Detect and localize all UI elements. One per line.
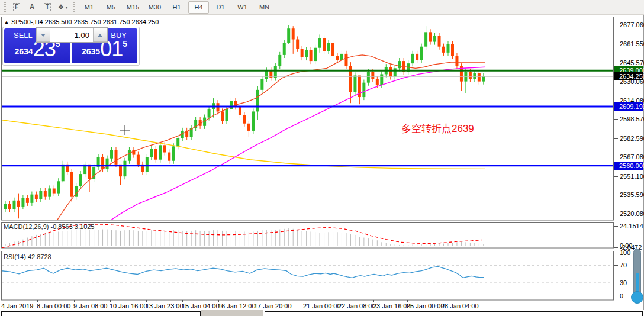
symbol-ohlc-text: SP500-,H4 2635.500 2635.750 2631.750 263…	[11, 18, 159, 25]
buy-price-small: 2635	[82, 47, 100, 56]
price-axis-tick: 2661.550	[620, 40, 644, 47]
text-tool-icon[interactable]: A	[25, 1, 39, 13]
price-level-badge: 2609.193	[614, 102, 643, 111]
rsi-axis-tick: 0	[620, 292, 623, 299]
timeframe-h4[interactable]: H4	[188, 1, 209, 14]
date-axis-label: 25 Jan 00:00	[407, 302, 445, 309]
price-axis-tick: 2677.060	[620, 21, 644, 28]
chart-title: ▲SP500-,H4 2635.500 2635.750 2631.750 26…	[4, 18, 159, 25]
collapse-panel-icon[interactable]: ▲	[4, 20, 9, 25]
rsi-axis-tick: 70	[620, 262, 627, 269]
date-axis-label: 17 Jan 20:00	[254, 302, 292, 309]
timeframe-h1[interactable]: H1	[166, 1, 187, 14]
timeframe-m30[interactable]: M30	[144, 1, 165, 14]
date-axis-label: 16 Jan 12:00	[218, 302, 256, 309]
rsi-indicator-label: RSI(14) 42.8728	[4, 253, 51, 260]
top-toolbar: FAT❖▾ M1M5M15M30H1H4D1W1MN	[0, 0, 644, 15]
docked-window-divider	[201, 310, 263, 316]
date-axis-label: 23 Jan 16:00	[373, 302, 411, 309]
docked-windows-strip	[0, 310, 644, 316]
mt4-terminal: { "toolbar": { "tools": [ {"name": "char…	[0, 0, 644, 316]
buy-price-sup: 5	[123, 39, 127, 49]
arrow-down-icon	[41, 34, 46, 37]
text-label-tool-icon[interactable]: T	[40, 1, 54, 13]
price-axis-tick: 2567.080	[620, 153, 644, 160]
arrow-up-icon	[98, 34, 102, 37]
macd-axis-tick: 24.1514	[620, 223, 643, 230]
date-axis-label: 4 Jan 2019	[1, 302, 33, 309]
timeframe-mn[interactable]: MN	[254, 1, 275, 14]
chart-shift-icon[interactable]: F	[9, 1, 24, 13]
chart-text-annotation[interactable]: 多空转折点2639	[401, 122, 474, 136]
price-axis-tick: 2551.100	[620, 173, 644, 180]
docked-window-edge	[1, 311, 201, 316]
price-axis-tick: 2535.590	[620, 191, 644, 198]
drawing-tools-group: FAT❖▾	[9, 1, 70, 13]
thermometer-icon	[629, 249, 644, 305]
date-axis-label: 21 Jan 00:00	[303, 302, 341, 309]
volume-decrease-button[interactable]	[36, 28, 50, 42]
price-axis-tick: 2520.080	[620, 210, 644, 217]
dropdown-caret-icon: ▾	[65, 5, 67, 10]
timeframe-toolbar: M1M5M15M30H1H4D1W1MN	[78, 1, 275, 14]
price-axis-tick: 2645.570	[620, 59, 644, 66]
docked-window-edge	[265, 311, 643, 316]
price-axis-tick: 2598.570	[620, 115, 644, 122]
price-axis-tick: 2582.590	[620, 135, 644, 142]
timeframe-m1[interactable]: M1	[79, 1, 99, 14]
date-axis-label: 13 Jan 23:00	[146, 302, 183, 309]
indicator-cycle-icon[interactable]: ❖▾	[56, 1, 70, 13]
thermometer-bulb	[631, 291, 643, 304]
date-axis-label: 15 Jan 04:00	[182, 302, 220, 309]
toolbar-grip[interactable]	[4, 2, 6, 12]
date-axis-label: 8 Jan 00:00	[37, 302, 71, 309]
date-axis-label: 28 Jan 04:00	[441, 302, 479, 309]
toolbar-grip[interactable]	[73, 2, 75, 12]
timeframe-w1[interactable]: W1	[232, 1, 253, 14]
volume-input[interactable]: 1.00	[50, 28, 93, 42]
volume-increase-button[interactable]	[93, 28, 107, 42]
rsi-axis-tick: 30	[620, 279, 627, 286]
price-level-badge: 2634.250	[614, 72, 643, 80]
macd-indicator-label: MACD(12,26,9) -0.8563 3.1025	[4, 223, 94, 230]
timeframe-d1[interactable]: D1	[210, 1, 231, 14]
timeframe-m15[interactable]: M15	[123, 1, 143, 14]
date-axis-label: 10 Jan 16:00	[110, 302, 147, 309]
sell-price-small: 2634	[15, 47, 33, 56]
price-level-badge: 2560.000	[614, 162, 643, 170]
volume-spinner: 1.00	[36, 27, 108, 43]
timeframe-m5[interactable]: M5	[101, 1, 121, 14]
date-axis-label: 9 Jan 08:00	[73, 302, 108, 309]
one-click-trading-panel: SELL 2634235 BUY 2635015 1.00	[2, 27, 140, 66]
date-axis-label: 22 Jan 08:00	[338, 302, 376, 309]
